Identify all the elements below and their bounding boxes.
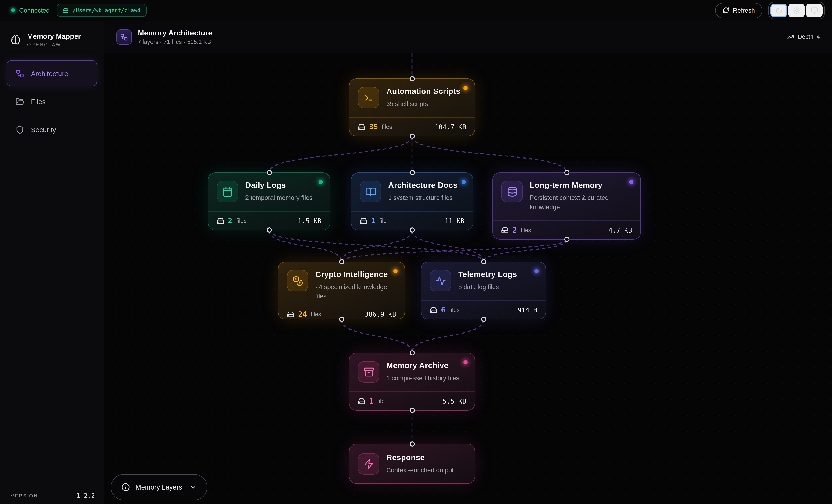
file-count-label: file [377, 398, 385, 404]
page-title: Memory Architecture [138, 29, 212, 37]
memory-layers-button[interactable]: Memory Layers [111, 474, 207, 500]
app-brand: Memory Mapper OPENCLAW [0, 21, 104, 60]
node-body: Telemetry Logs 8 data log files [421, 262, 546, 300]
status-dot [463, 360, 468, 364]
sidebar-item-files[interactable]: Files [6, 88, 97, 114]
memory-mapper-app: Connected /Users/wb-agent/clawd Refresh [0, 0, 832, 504]
node-ltm[interactable]: Long-term Memory Persistent context & cu… [492, 173, 641, 240]
refresh-label: Refresh [733, 7, 755, 14]
sidebar-item-label: Security [31, 126, 56, 133]
connection-port-bottom[interactable] [410, 408, 415, 413]
node-body: Response Context-enriched output [349, 444, 475, 483]
node-subtitle: 2 temporal memory files [245, 193, 313, 203]
node-body: Daily Logs 2 temporal memory files [208, 173, 330, 211]
node-footer: 35 files 104.7 KB [349, 117, 475, 136]
node-crypto[interactable]: Crypto Intelligence 24 specialized knowl… [278, 262, 405, 319]
connection-port-bottom[interactable] [564, 237, 569, 242]
node-title: Architecture Docs [388, 181, 457, 190]
file-count-label: files [521, 227, 531, 233]
connection-port-top[interactable] [410, 442, 415, 447]
connection-port-bottom[interactable] [481, 317, 486, 322]
sidebar-footer: VERSION 1.2.2 [0, 487, 104, 504]
connection-port-top[interactable] [266, 170, 272, 175]
working-directory-pill[interactable]: /Users/wb-agent/clawd [57, 4, 147, 17]
size-value: 4.7 KB [608, 226, 632, 234]
connection-port-bottom[interactable] [410, 228, 415, 233]
node-archive[interactable]: Memory Archive 1 compressed history file… [349, 353, 475, 410]
file-count: 1 [369, 397, 373, 405]
node-subtitle: 35 shell scripts [386, 100, 460, 109]
node-body: Long-term Memory Persistent context & cu… [493, 173, 641, 220]
node-footer: 2 files 4.7 KB [493, 220, 641, 239]
sidebar-item-label: Architecture [31, 69, 68, 77]
node-subtitle: 24 specialized knowledge files [315, 283, 396, 301]
connection-port-top[interactable] [339, 259, 344, 264]
file-count-label: files [382, 124, 392, 130]
connection-port-bottom[interactable] [339, 317, 344, 322]
info-icon [122, 483, 130, 492]
hard-drive-icon [358, 123, 365, 131]
flow-canvas[interactable]: Automation Scripts 35 shell scripts 35 f… [104, 53, 832, 504]
node-response[interactable]: Response Context-enriched output [349, 444, 475, 484]
connection-port-top[interactable] [410, 76, 415, 81]
version-label: VERSION [11, 493, 38, 498]
connection-port-bottom[interactable] [410, 134, 415, 139]
shield-icon [16, 125, 24, 134]
node-body: Memory Archive 1 compressed history file… [349, 353, 475, 392]
connection-port-top[interactable] [564, 170, 569, 175]
hard-drive-icon [360, 217, 367, 224]
book-open-icon [360, 181, 381, 202]
top-bar: Connected /Users/wb-agent/clawd Refresh [0, 0, 832, 21]
status-label: Connected [19, 7, 50, 14]
moon-icon [775, 7, 782, 14]
node-title: Automation Scripts [386, 87, 460, 96]
status-dot [319, 180, 323, 184]
theme-toggle-group [769, 2, 825, 19]
node-daily[interactable]: Daily Logs 2 temporal memory files 2 fil… [208, 173, 330, 230]
theme-light-button[interactable] [788, 3, 805, 17]
node-arch[interactable]: Architecture Docs 1 system structure fil… [351, 173, 473, 230]
node-body: Automation Scripts 35 shell scripts [349, 79, 475, 117]
sidebar-item-security[interactable]: Security [6, 116, 97, 142]
hard-drive-icon [287, 310, 294, 318]
connection-port-bottom[interactable] [266, 228, 272, 233]
app-subtitle: OPENCLAW [27, 42, 81, 47]
connection-port-top[interactable] [410, 350, 415, 355]
hard-drive-icon [430, 306, 437, 314]
size-value: 1.5 KB [298, 217, 321, 224]
node-subtitle: Context-enriched output [386, 466, 453, 475]
sidebar-item-architecture[interactable]: Architecture [6, 60, 97, 86]
trending-up-icon [787, 33, 794, 41]
node-subtitle: 1 compressed history files [386, 374, 459, 383]
node-telemetry[interactable]: Telemetry Logs 8 data log files 6 files … [421, 262, 546, 319]
app-title: Memory Mapper [27, 32, 81, 40]
status-dot [535, 269, 539, 273]
node-layer: Automation Scripts 35 shell scripts 35 f… [104, 53, 832, 504]
hard-drive-icon [217, 217, 224, 224]
version-value: 1.2.2 [77, 492, 95, 499]
terminal-icon [358, 87, 379, 108]
page-header: Memory Architecture 7 layers · 71 files … [104, 21, 832, 53]
size-value: 914 B [518, 306, 537, 314]
sidebar-item-label: Files [31, 97, 46, 105]
theme-dark-button[interactable] [770, 3, 787, 17]
file-count-label: files [449, 307, 460, 313]
depth-label: Depth: 4 [798, 34, 820, 40]
sidebar-nav: Architecture Files Security [0, 60, 104, 142]
coins-icon [287, 270, 308, 291]
connection-port-top[interactable] [481, 259, 486, 264]
theme-system-button[interactable] [806, 3, 823, 17]
sidebar: Memory Mapper OPENCLAW Architecture File… [0, 21, 104, 504]
node-title: Crypto Intelligence [315, 270, 396, 279]
size-value: 5.5 KB [443, 397, 466, 405]
status-dot [11, 8, 15, 12]
status-dot [629, 180, 633, 184]
file-count: 6 [441, 306, 445, 314]
node-subtitle: 1 system structure files [388, 193, 457, 203]
connection-port-top[interactable] [410, 170, 415, 175]
file-count-label: file [379, 217, 387, 224]
refresh-button[interactable]: Refresh [715, 3, 762, 18]
node-automation[interactable]: Automation Scripts 35 shell scripts 35 f… [349, 78, 475, 136]
node-title: Memory Archive [386, 361, 459, 370]
calendar-icon [217, 181, 238, 202]
